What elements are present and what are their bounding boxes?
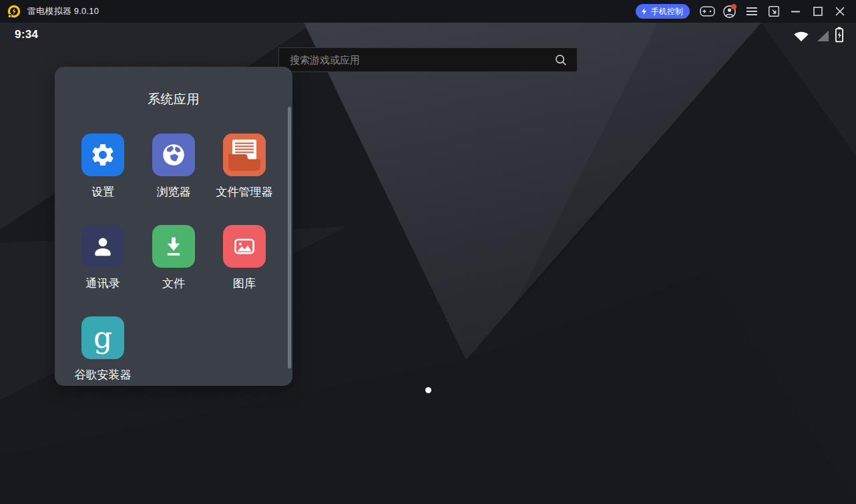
battery-charging-icon [835,27,844,43]
lightning-icon [640,7,648,15]
notification-dot [731,4,736,9]
contacts-person-icon [81,225,124,268]
app-label: 谷歌安装器 [75,367,132,383]
gallery-image-icon [223,225,266,268]
resize-window-icon[interactable] [763,3,785,20]
minimize-icon[interactable] [785,3,807,20]
app-label: 文件管理器 [216,184,273,200]
phone-control-button[interactable]: 手机控制 [636,4,690,19]
app-label: 浏览器 [157,184,191,200]
browser-globe-icon [152,134,195,176]
app-google-installer-g[interactable]: g谷歌安装器 [67,316,138,383]
google-installer-g-icon: g [81,316,124,359]
phone-control-label: 手机控制 [651,6,683,17]
app-files-download[interactable]: 文件 [138,225,209,291]
titlebar-controls: 手机控制 [636,3,856,20]
search-bar [278,47,578,72]
window-title: 雷电模拟器 9.0.10 [27,5,99,17]
app-label: 文件 [162,276,185,291]
search-input[interactable] [279,48,554,71]
ldplayer-logo-icon [7,4,21,19]
account-icon[interactable] [718,3,740,20]
settings-gear-icon [81,134,124,176]
file-manager-folder-icon [223,134,266,176]
svg-text:g: g [93,320,112,354]
maximize-icon[interactable] [807,3,829,20]
android-home-screen: 9:34 系统应用 [0,23,856,504]
panel-title: 系统应用 [55,67,292,108]
system-apps-panel: 系统应用 设置浏览器文件管理器通讯录文件图库g谷歌安装器 [55,67,292,386]
app-label: 通讯录 [86,276,120,291]
page-indicator-dot [425,387,431,393]
wifi-icon [793,29,810,43]
app-browser-globe[interactable]: 浏览器 [138,134,209,200]
app-settings-gear[interactable]: 设置 [67,134,138,200]
titlebar: 雷电模拟器 9.0.10 手机控制 [0,0,856,23]
app-grid: 设置浏览器文件管理器通讯录文件图库g谷歌安装器 [55,134,292,383]
panel-scrollbar[interactable] [288,107,291,368]
search-icon[interactable] [554,53,568,67]
app-gallery-image[interactable]: 图库 [209,225,280,291]
menu-icon[interactable] [740,3,763,20]
app-file-manager-folder[interactable]: 文件管理器 [209,134,280,200]
app-label: 设置 [91,184,114,200]
app-contacts-person[interactable]: 通讯录 [67,225,138,291]
files-download-icon [152,225,195,268]
close-icon[interactable] [829,3,851,20]
status-icons [793,27,844,43]
gamepad-icon[interactable] [696,3,718,20]
titlebar-left: 雷电模拟器 9.0.10 [0,4,636,19]
app-label: 图库 [233,276,256,291]
status-time: 9:34 [15,28,38,41]
emulator-window: 雷电模拟器 9.0.10 手机控制 [0,0,856,504]
cell-signal-icon [815,29,830,43]
